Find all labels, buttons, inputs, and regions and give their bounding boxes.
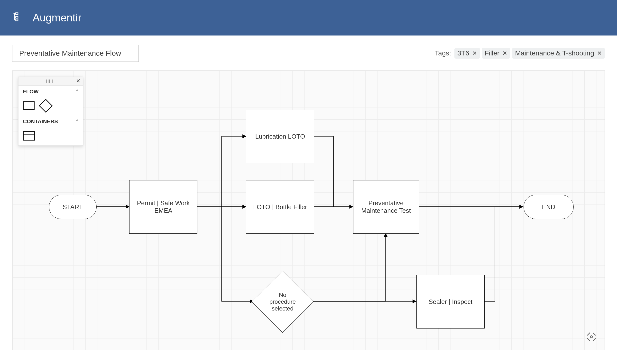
- tag-chip[interactable]: 3T6 ✕: [454, 48, 480, 59]
- lubrication-node[interactable]: Lubrication LOTO: [246, 110, 314, 163]
- tag-text: Maintenance & T-shooting: [515, 49, 594, 57]
- fit-view-icon: [586, 331, 597, 342]
- tag-chip[interactable]: Filler ✕: [482, 48, 510, 59]
- tags-label: Tags:: [435, 49, 451, 57]
- shape-palette[interactable]: |||||| ✕ FLOW ˄ CONTAINERS ˄: [18, 77, 83, 146]
- loto-node[interactable]: LOTO | Bottle Filler: [246, 180, 314, 234]
- close-icon[interactable]: ✕: [502, 50, 507, 57]
- sealer-node[interactable]: Sealer | Inspect: [416, 275, 485, 328]
- canvas-wrap: |||||| ✕ FLOW ˄ CONTAINERS ˄ START: [0, 62, 617, 360]
- grip-icon: ||||||: [46, 79, 55, 83]
- chevron-up-icon: ˄: [76, 89, 78, 95]
- palette-drag-handle[interactable]: |||||| ✕: [18, 77, 83, 86]
- tag-text: Filler: [485, 49, 500, 57]
- palette-section-flow[interactable]: FLOW ˄: [18, 86, 83, 98]
- start-node[interactable]: START: [49, 195, 97, 219]
- svg-rect-1: [16, 16, 18, 18]
- palette-section-title: CONTAINERS: [23, 118, 58, 125]
- palette-flow-shapes: [18, 98, 83, 116]
- svg-point-8: [590, 336, 592, 338]
- close-icon[interactable]: ✕: [76, 78, 80, 84]
- svg-rect-2: [16, 19, 18, 21]
- chevron-up-icon: ˄: [76, 119, 78, 125]
- node-label: No procedure selected: [261, 280, 304, 324]
- flow-canvas[interactable]: |||||| ✕ FLOW ˄ CONTAINERS ˄ START: [12, 70, 605, 350]
- app-header: Augmentir: [0, 0, 617, 36]
- palette-section-containers[interactable]: CONTAINERS ˄: [18, 116, 83, 128]
- close-icon[interactable]: ✕: [597, 50, 602, 57]
- rectangle-shape-button[interactable]: [23, 101, 35, 110]
- close-icon[interactable]: ✕: [472, 50, 477, 57]
- svg-rect-0: [16, 13, 18, 14]
- decision-node[interactable]: No procedure selected: [261, 280, 304, 324]
- node-label: START: [63, 203, 83, 211]
- node-label: Permit | Safe Work EMEA: [134, 199, 192, 214]
- app-title: Augmentir: [33, 12, 82, 24]
- tag-chip[interactable]: Maintenance & T-shooting ✕: [512, 48, 605, 59]
- tag-text: 3T6: [457, 49, 469, 57]
- diamond-shape-button[interactable]: [39, 99, 53, 113]
- fit-view-button[interactable]: [584, 329, 599, 345]
- container-shape-button[interactable]: [23, 131, 35, 141]
- end-node[interactable]: END: [523, 195, 574, 219]
- pm-node[interactable]: Preventative Maintenance Test: [353, 180, 419, 234]
- node-label: END: [542, 203, 555, 211]
- tree-icon: [12, 12, 23, 24]
- node-label: Sealer | Inspect: [429, 298, 472, 306]
- node-label: Lubrication LOTO: [255, 133, 305, 140]
- tags-area: Tags: 3T6 ✕ Filler ✕ Maintenance & T-sho…: [435, 48, 605, 59]
- subheader: Tags: 3T6 ✕ Filler ✕ Maintenance & T-sho…: [0, 36, 617, 62]
- node-label: LOTO | Bottle Filler: [253, 203, 307, 211]
- permit-node[interactable]: Permit | Safe Work EMEA: [129, 180, 197, 234]
- palette-container-shapes: [18, 128, 83, 145]
- workflow-title-input[interactable]: [12, 45, 139, 62]
- node-label: Preventative Maintenance Test: [358, 199, 414, 214]
- palette-section-title: FLOW: [23, 89, 39, 95]
